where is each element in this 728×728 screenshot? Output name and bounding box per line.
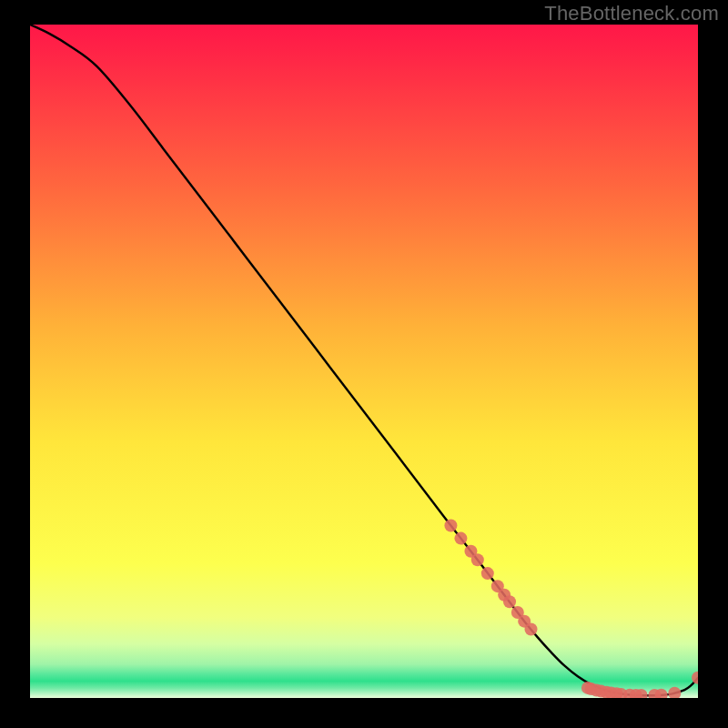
data-marker xyxy=(525,623,538,636)
watermark-label: TheBottleneck.com xyxy=(544,2,719,25)
data-marker xyxy=(444,520,457,532)
data-marker xyxy=(454,532,467,545)
data-marker xyxy=(481,567,494,580)
chart-stage: TheBottleneck.com xyxy=(0,0,728,728)
plot-area xyxy=(30,25,698,698)
data-marker xyxy=(471,553,484,566)
chart-svg xyxy=(30,25,698,698)
data-marker xyxy=(503,595,516,608)
gradient-background xyxy=(30,25,698,698)
